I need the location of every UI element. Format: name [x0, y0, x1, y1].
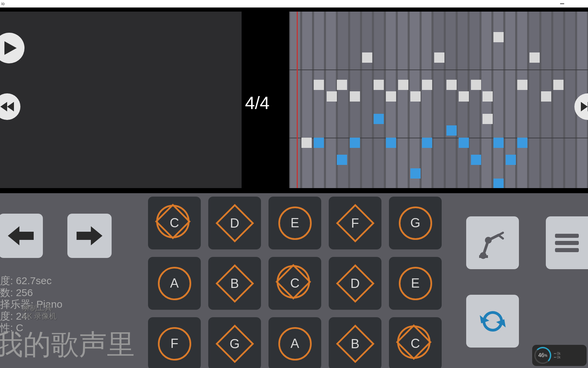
note[interactable]	[434, 52, 444, 63]
recorder-watermark: 录制工具 KK 录像机	[22, 304, 56, 320]
note[interactable]	[398, 80, 408, 90]
note[interactable]	[374, 80, 384, 90]
roll-column	[314, 12, 324, 188]
roll-column	[302, 12, 312, 188]
note[interactable]	[327, 91, 337, 102]
chord-circle-icon: A	[278, 327, 312, 361]
note[interactable]	[459, 91, 469, 102]
svg-marker-7	[77, 226, 102, 245]
note[interactable]	[350, 138, 360, 148]
chord-c-pad[interactable]: C	[268, 257, 321, 310]
chord-g-pad[interactable]: G	[208, 317, 261, 368]
chord-diamond-circle-icon: C	[158, 206, 191, 240]
note[interactable]	[493, 138, 504, 148]
roll-column	[374, 12, 384, 188]
menu-button[interactable]	[546, 216, 588, 269]
note[interactable]	[350, 91, 360, 102]
svg-rect-0	[560, 3, 564, 4]
svg-rect-12	[555, 241, 579, 245]
note[interactable]	[471, 155, 481, 165]
note[interactable]	[483, 91, 493, 102]
note[interactable]	[374, 114, 384, 124]
note[interactable]	[446, 80, 457, 90]
note[interactable]	[529, 52, 540, 63]
chord-d-pad[interactable]: D	[208, 197, 261, 249]
chord-a-pad[interactable]: A	[268, 317, 321, 368]
svg-marker-6	[8, 226, 34, 245]
note[interactable]	[493, 179, 504, 188]
chord-a-pad[interactable]: A	[148, 257, 201, 310]
roll-row-divider	[289, 70, 588, 70]
piano-roll[interactable]	[289, 12, 588, 188]
minimize-button[interactable]	[555, 0, 569, 7]
chord-b-pad[interactable]: B	[208, 257, 261, 310]
cpu-widget: 46% ━ 0k ━ 0k	[532, 345, 587, 366]
song-title: 我的歌声里	[0, 326, 135, 364]
play-icon	[4, 41, 17, 55]
cpu-ring: 46%	[534, 347, 551, 364]
rewind-button[interactable]	[0, 93, 20, 120]
note[interactable]	[337, 155, 347, 165]
note[interactable]	[314, 80, 324, 90]
note[interactable]	[459, 138, 469, 148]
arrow-left-icon	[8, 226, 34, 245]
cpu-bars: ━ 0k ━ 0k	[554, 352, 585, 359]
chord-c-pad[interactable]: C	[148, 197, 201, 249]
note[interactable]	[410, 91, 421, 102]
chord-circle-icon: F	[158, 327, 191, 361]
roll-column	[553, 12, 563, 188]
note[interactable]	[410, 168, 421, 179]
roll-column	[434, 12, 443, 188]
svg-marker-1	[4, 41, 17, 55]
note[interactable]	[422, 80, 432, 90]
rewind-icon	[0, 102, 14, 111]
prev-button[interactable]	[0, 214, 43, 258]
chord-f-pad[interactable]: F	[148, 317, 201, 368]
note[interactable]	[483, 114, 493, 124]
roll-row-divider	[289, 138, 588, 138]
chord-diamond-circle-icon: C	[399, 327, 432, 361]
play-button[interactable]	[0, 33, 24, 63]
chord-c-pad[interactable]: C	[389, 317, 442, 368]
note[interactable]	[517, 80, 527, 90]
note[interactable]	[517, 138, 527, 148]
note[interactable]	[446, 125, 457, 136]
robot-arm-button[interactable]	[466, 216, 519, 269]
fast-forward-icon	[581, 102, 588, 111]
chord-g-pad[interactable]: G	[389, 197, 442, 249]
chord-e-pad[interactable]: E	[268, 197, 321, 249]
chord-circle-icon: G	[399, 206, 432, 240]
chord-d-pad[interactable]: D	[329, 257, 381, 310]
note[interactable]	[301, 138, 312, 148]
svg-rect-10	[479, 255, 488, 258]
info-count: 数: 256	[0, 287, 62, 299]
chord-f-pad[interactable]: F	[329, 197, 381, 249]
svg-rect-13	[555, 248, 579, 252]
svg-rect-11	[555, 234, 579, 238]
note[interactable]	[506, 155, 516, 165]
note[interactable]	[362, 52, 372, 63]
chord-diamond-icon: B	[215, 264, 254, 303]
chord-diamond-icon: G	[215, 324, 254, 363]
next-button[interactable]	[67, 214, 112, 258]
note[interactable]	[386, 91, 396, 102]
app-root: 4/4 度: 62.7sec 数: 256 择	[0, 7, 588, 368]
note[interactable]	[337, 80, 347, 90]
note[interactable]	[314, 138, 324, 148]
chord-b-pad[interactable]: B	[329, 317, 381, 368]
refresh-icon	[476, 305, 509, 338]
note[interactable]	[471, 80, 481, 90]
note[interactable]	[541, 91, 551, 102]
chord-grid: CDEFGABCDEFGABC	[148, 197, 442, 368]
note[interactable]	[422, 138, 432, 148]
top-area: 4/4	[0, 7, 588, 193]
arrow-right-icon	[77, 226, 102, 245]
chord-e-pad[interactable]: E	[389, 257, 442, 310]
svg-marker-2	[0, 102, 7, 111]
note[interactable]	[493, 32, 504, 42]
chord-diamond-icon: F	[336, 204, 374, 242]
refresh-button[interactable]	[466, 295, 519, 348]
note[interactable]	[386, 138, 396, 148]
playhead	[297, 12, 298, 188]
note[interactable]	[553, 80, 564, 90]
